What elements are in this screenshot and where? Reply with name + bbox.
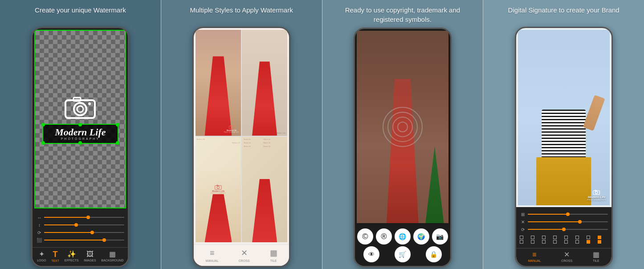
p4-slider-3[interactable] xyxy=(528,229,608,230)
phone-mockup-2: Modern Life PHOTOGRAPHY Modern Life PHOT… xyxy=(192,27,290,267)
p4-control-row-1: ⊞ xyxy=(520,211,608,217)
tool-tile[interactable]: ▦ TILE xyxy=(270,248,277,262)
resize-h-icon: ↔ xyxy=(36,214,42,220)
dot-7 xyxy=(587,236,590,239)
dot-3 xyxy=(542,236,546,239)
main-toolbar-2: ≡ MANUAL ✕ CROSS ▦ TILE xyxy=(194,244,289,266)
adjustment-controls: ↔ ↕ ⟳ ⬛ xyxy=(33,210,128,247)
tool-manual-label: MANUAL xyxy=(206,259,219,262)
style-grid: Modern Life PHOTOGRAPHY Modern Life PHOT… xyxy=(196,30,287,242)
p4-slider-fill-2 xyxy=(528,221,580,222)
copyright-btn[interactable]: © xyxy=(357,228,373,245)
toolbar-text[interactable]: T TEXT xyxy=(51,250,59,262)
slider-thumb-1 xyxy=(86,216,90,219)
handle-dot-bl xyxy=(41,141,45,145)
camera-icon-large xyxy=(65,95,96,124)
slider-size[interactable] xyxy=(44,217,124,218)
p4-cross-tool-icon: ✕ xyxy=(564,251,570,258)
copyright-image xyxy=(357,31,448,223)
opacity-icon: ⬛ xyxy=(36,237,42,243)
watermark-sub-text: PHOTOGRAPHY xyxy=(49,137,113,140)
slider-fill-3 xyxy=(44,232,92,233)
toolbar-effects-label: EFFECTS xyxy=(65,259,79,262)
control-row-3: ⟳ xyxy=(36,229,124,236)
tool-cross-label: CROSS xyxy=(239,259,250,262)
toolbar-images[interactable]: 🖼 IMAGES xyxy=(84,251,96,262)
svg-point-9 xyxy=(263,79,266,82)
eye-btn[interactable]: 👁 xyxy=(363,246,379,262)
p4-slider-thumb-3 xyxy=(562,228,566,231)
control-row-1: ↔ xyxy=(36,214,124,220)
dot-11 xyxy=(542,240,546,244)
dot-4 xyxy=(553,236,557,239)
globe-btn[interactable]: 🌐 xyxy=(395,228,411,245)
logo-icon: ✦ xyxy=(39,251,45,258)
slider-fill-4 xyxy=(44,240,104,240)
toolbar-background[interactable]: ▦ BACKGROUND xyxy=(101,251,123,262)
rotate-icon: ⟳ xyxy=(36,229,42,236)
p4-tool-manual[interactable]: ≡ MANUAL xyxy=(528,251,541,262)
handle-dot-tm xyxy=(78,123,82,126)
handle-dot-tl xyxy=(41,123,45,126)
svg-point-4 xyxy=(88,102,91,105)
p4-control-row-3: ⟳ xyxy=(520,226,608,232)
tool-manual[interactable]: ≡ MANUAL xyxy=(206,249,219,262)
p4-control-row-2: ✕ xyxy=(520,219,608,225)
cart-btn[interactable]: 🛒 xyxy=(395,246,411,262)
tool-tile-label: TILE xyxy=(270,259,277,262)
control-row-2: ↕ xyxy=(36,222,124,228)
p4-slider-thumb-1 xyxy=(566,212,570,216)
panel-1-title: Create your unique Watermark xyxy=(26,0,135,27)
watermark-main-text: Modern Life xyxy=(49,127,113,137)
slider-rotate[interactable] xyxy=(44,232,124,233)
toolbar-effects[interactable]: ✨ EFFECTS xyxy=(65,251,79,262)
slider-opacity[interactable] xyxy=(44,240,124,240)
dot-14 xyxy=(575,240,579,244)
p4-tool-cross[interactable]: ✕ CROSS xyxy=(561,251,572,262)
watermark-text-box: Modern Life PHOTOGRAPHY xyxy=(42,124,119,144)
p4-manual-icon: ≡ xyxy=(532,251,536,258)
images-icon: 🖼 xyxy=(86,251,94,258)
grid-cell-2: Modern Life PHOTOGRAPHY Modern Life xyxy=(242,30,287,136)
slider-height[interactable] xyxy=(44,224,124,225)
effects-icon: ✨ xyxy=(67,251,76,258)
grid-cell-4: Modern Life Modern Life Modern Life Mode… xyxy=(242,137,287,243)
lock-btn[interactable]: 🔒 xyxy=(426,246,442,262)
p4-tool-tile[interactable]: ▦ TILE xyxy=(593,251,599,262)
toolbar-logo[interactable]: ✦ LOGO xyxy=(37,251,46,262)
dot-8 xyxy=(598,236,601,239)
p4-watermark-main: Modern Life xyxy=(588,196,606,199)
handle-dot-bm xyxy=(78,141,82,145)
watermark-canvas: Modern Life PHOTOGRAPHY xyxy=(34,30,126,208)
dot-15 xyxy=(587,240,590,244)
svg-point-2 xyxy=(77,106,83,112)
dot-1 xyxy=(520,236,523,239)
slider-fill-1 xyxy=(44,217,88,218)
camera-btn[interactable]: 📷 xyxy=(432,228,448,245)
slider-thumb-4 xyxy=(102,238,106,242)
tool-cross[interactable]: ✕ CROSS xyxy=(239,248,250,262)
main-toolbar-4: ≡ MANUAL ✕ CROSS ▦ TILE xyxy=(516,248,611,266)
p4-grid-icon: ⊞ xyxy=(520,211,526,217)
p4-rotate-icon: ⟳ xyxy=(520,226,526,232)
p4-slider-fill-1 xyxy=(528,214,568,215)
symbol-picker: © ® 🌐 🌍 📷 👁 🛒 🔒 xyxy=(355,225,450,266)
p4-slider-2[interactable] xyxy=(528,221,608,222)
dot-6 xyxy=(575,236,579,239)
p4-tile-label: TILE xyxy=(593,259,599,262)
slider-thumb-3 xyxy=(90,231,94,234)
registered-btn[interactable]: ® xyxy=(376,228,392,245)
globe2-btn[interactable]: 🌍 xyxy=(413,228,429,245)
svg-point-10 xyxy=(264,80,265,82)
panel-watermark-styles: Multiple Styles to Apply Watermark Moder… xyxy=(161,0,322,269)
text-icon: T xyxy=(53,250,58,258)
svg-point-16 xyxy=(595,192,598,194)
dot-5 xyxy=(564,236,568,239)
p4-adjustment-controls: ⊞ ✕ ⟳ xyxy=(516,207,611,248)
p4-slider-1[interactable] xyxy=(528,214,608,215)
svg-point-1 xyxy=(74,103,86,115)
dot-12 xyxy=(553,240,557,244)
grid-cell-1: Modern Life PHOTOGRAPHY xyxy=(196,30,241,136)
handle-dot-tr xyxy=(116,123,119,126)
svg-point-6 xyxy=(231,126,232,128)
